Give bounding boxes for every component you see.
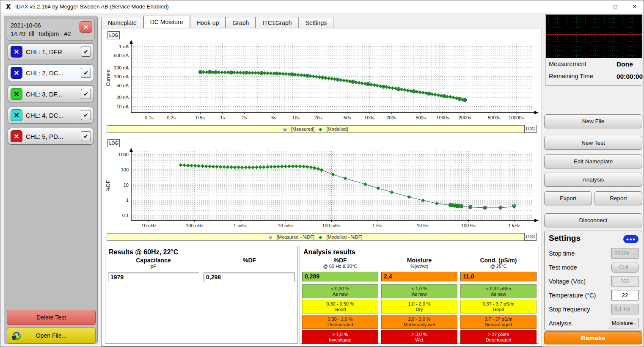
minimize-icon[interactable]: — bbox=[586, 0, 605, 13]
svg-text:10000s: 10000s bbox=[509, 115, 524, 120]
settings-row: Temperature (°C)22 bbox=[549, 290, 638, 301]
analysis-results-panel: Analysis results %DF@ 60 Hz & 20°C0,289<… bbox=[300, 246, 539, 344]
tab-dc-moisture[interactable]: DC Moisture bbox=[143, 16, 190, 28]
channel-checkbox[interactable]: ✔ bbox=[81, 68, 91, 78]
disconnect-button[interactable]: Disconnect bbox=[544, 213, 642, 227]
log-scale-button[interactable]: LOG bbox=[107, 139, 120, 147]
test-header[interactable]: 2021-10-06 14.49_till_Torbjörn - #2 ✕ bbox=[7, 19, 95, 41]
close-test-icon[interactable]: ✕ bbox=[80, 21, 92, 33]
settings-panel: Settings ●●● Stop time2000s⌄Test modeCHL… bbox=[544, 231, 642, 330]
open-file-button[interactable]: Open File... bbox=[7, 328, 96, 344]
stop-frequency-select: 0,1 Hz⌄ bbox=[611, 304, 638, 314]
rating-scale: < 0,30 %As new0,30 - 0,50 %Good0,50 - 1,… bbox=[302, 284, 378, 344]
close-icon[interactable]: ✕ bbox=[625, 0, 644, 13]
measurement-status-box: Measurement Done Remaining Time 00:00:00 bbox=[545, 14, 642, 85]
svg-text:10s: 10s bbox=[292, 115, 300, 120]
tab-settings[interactable]: Settings bbox=[299, 17, 334, 28]
channel-checkbox[interactable]: ✔ bbox=[81, 110, 91, 120]
channel-label: CHL: 2, DC... bbox=[26, 69, 63, 77]
svg-text:1 uA: 1 uA bbox=[119, 44, 129, 49]
svg-text:1 Hz: 1 Hz bbox=[372, 223, 382, 228]
svg-text:20 nA: 20 nA bbox=[116, 95, 129, 100]
log-scale-button[interactable]: LOG bbox=[107, 31, 120, 39]
channel-checkbox[interactable]: ✔ bbox=[81, 47, 91, 57]
log-scale-button[interactable]: LOG bbox=[524, 233, 537, 241]
edit-nameplate-button[interactable]: Edit Nameplate bbox=[544, 154, 642, 168]
analysis-column: Moisture%(wt/wt)2,4< 1,0 %As new1,0 - 2,… bbox=[381, 256, 457, 344]
current-chart: 0.1s0.2s0.5s1s2s5s10s20s50s100s200s500s1… bbox=[105, 39, 539, 124]
maximize-icon[interactable]: □ bbox=[605, 0, 625, 13]
rating-cell: > 37 pS/mDeteriorated bbox=[460, 330, 537, 344]
svg-text:5000s: 5000s bbox=[488, 115, 501, 120]
channel-checkbox[interactable]: ✔ bbox=[81, 89, 91, 99]
df-chart-block: LOG 10 uHz100 uHz1 mHz10 mHz100 mHz1 Hz1… bbox=[105, 138, 539, 243]
log-scale-button[interactable]: LOG bbox=[524, 125, 537, 133]
df-chart-legend: ⊖[Measured - %DF]◆[Modelled - %DF] bbox=[107, 233, 524, 241]
tab-nameplate[interactable]: Nameplate bbox=[101, 17, 143, 28]
voltage-vdc--input: 200 bbox=[611, 276, 638, 286]
chevron-down-icon: ⌄ bbox=[633, 251, 637, 256]
analysis-columns: %DF@ 60 Hz & 20°C0,289< 0,30 %As new0,30… bbox=[300, 256, 539, 344]
report-button[interactable]: Report bbox=[594, 191, 642, 205]
main-area: NameplateDC MoistureHook-upGraphITC1Grap… bbox=[101, 16, 542, 347]
measured-marker-icon: ⊖ bbox=[283, 127, 287, 132]
dc-moisture-tab-panel: LOG 0.1s0.2s0.5s1s2s5s10s20s50s100s200s5… bbox=[101, 28, 542, 347]
temperature-c--input[interactable]: 22 bbox=[611, 290, 638, 300]
measurement-label: Measurement bbox=[549, 61, 586, 67]
channel-item-5[interactable]: ✕CHL: 5, PD...✔ bbox=[8, 128, 94, 145]
analysis-title: Analysis results bbox=[300, 246, 539, 256]
open-file-label: Open File... bbox=[36, 332, 66, 339]
channel-checkbox[interactable]: ✔ bbox=[81, 131, 91, 141]
export-button[interactable]: Export bbox=[544, 191, 592, 205]
rating-cell: > 3,0 %Wet bbox=[381, 330, 457, 344]
analysis-value: 2,4 bbox=[381, 272, 457, 281]
analysis-button[interactable]: Analysis bbox=[544, 173, 642, 187]
svg-text:500s: 500s bbox=[416, 115, 426, 120]
capacitance-unit: pF bbox=[105, 264, 201, 270]
open-file-icon bbox=[11, 331, 22, 341]
tab-hook-up[interactable]: Hook-up bbox=[190, 17, 226, 28]
svg-text:0.1s: 0.1s bbox=[145, 115, 154, 120]
settings-label: Stop time bbox=[549, 250, 575, 257]
channel-x-icon: ✕ bbox=[11, 67, 22, 79]
channel-label: CHL: 3, DF... bbox=[26, 91, 62, 98]
svg-text:10 uHz: 10 uHz bbox=[141, 223, 156, 228]
new-file-button[interactable]: New File bbox=[544, 114, 642, 128]
channel-item-4[interactable]: ✕CHL: 4, DC...✔ bbox=[8, 107, 94, 124]
stop-time-select: 2000s⌄ bbox=[611, 248, 638, 259]
modelled-marker-icon: ◆ bbox=[319, 234, 322, 240]
channel-x-icon: ✕ bbox=[11, 46, 22, 58]
new-test-button[interactable]: New Test bbox=[544, 136, 642, 150]
svg-text:200 nA: 200 nA bbox=[114, 65, 129, 70]
svg-text:1 kHz: 1 kHz bbox=[508, 223, 520, 228]
chevron-down-icon: ⌄ bbox=[633, 321, 637, 325]
rating-cell: 0,30 - 0,50 %Good bbox=[302, 300, 378, 314]
voltage-scope-display bbox=[546, 15, 642, 58]
svg-text:1000: 1000 bbox=[118, 152, 129, 157]
remake-button[interactable]: Remake bbox=[544, 331, 642, 344]
svg-text:2000s: 2000s bbox=[459, 115, 471, 120]
channel-item-2[interactable]: ✕CHL: 2, DC...✔ bbox=[8, 64, 94, 81]
tab-graph[interactable]: Graph bbox=[226, 17, 256, 28]
analysis-select[interactable]: Moisture⌄ bbox=[609, 318, 638, 328]
df-unit bbox=[201, 264, 297, 270]
channel-item-3[interactable]: ✕CHL: 3, DF...✔ bbox=[8, 85, 94, 102]
capacitance-value: 1979 bbox=[108, 273, 199, 282]
rating-scale: < 1,0 %As new1,0 - 2,0 %Dry2,0 - 3,0 %Mo… bbox=[381, 284, 457, 344]
results-panel: Results @ 60Hz, 22°C Capacitance pF %DF … bbox=[105, 246, 298, 344]
remaining-time-label: Remaining Time bbox=[549, 73, 593, 80]
app-logo-icon: X bbox=[4, 3, 12, 11]
analysis-value: 0,289 bbox=[302, 272, 378, 281]
channel-item-1[interactable]: ✕CHL: 1, DFR✔ bbox=[8, 43, 94, 60]
svg-text:200s: 200s bbox=[386, 115, 396, 120]
svg-text:0.1: 0.1 bbox=[122, 213, 129, 218]
legend-entry-label: [Modelled] bbox=[326, 127, 348, 132]
test-name: 14.49_till_Torbjörn - #2 bbox=[11, 30, 91, 38]
svg-text:50 nA: 50 nA bbox=[116, 83, 129, 88]
settings-more-icon[interactable]: ●●● bbox=[623, 235, 638, 243]
tab-strip: NameplateDC MoistureHook-upGraphITC1Grap… bbox=[101, 16, 333, 28]
svg-text:10: 10 bbox=[124, 182, 129, 187]
delete-test-button[interactable]: Delete Test bbox=[7, 310, 96, 325]
tab-itc1graph[interactable]: ITC1Graph bbox=[256, 17, 298, 28]
svg-text:100: 100 bbox=[121, 167, 129, 172]
